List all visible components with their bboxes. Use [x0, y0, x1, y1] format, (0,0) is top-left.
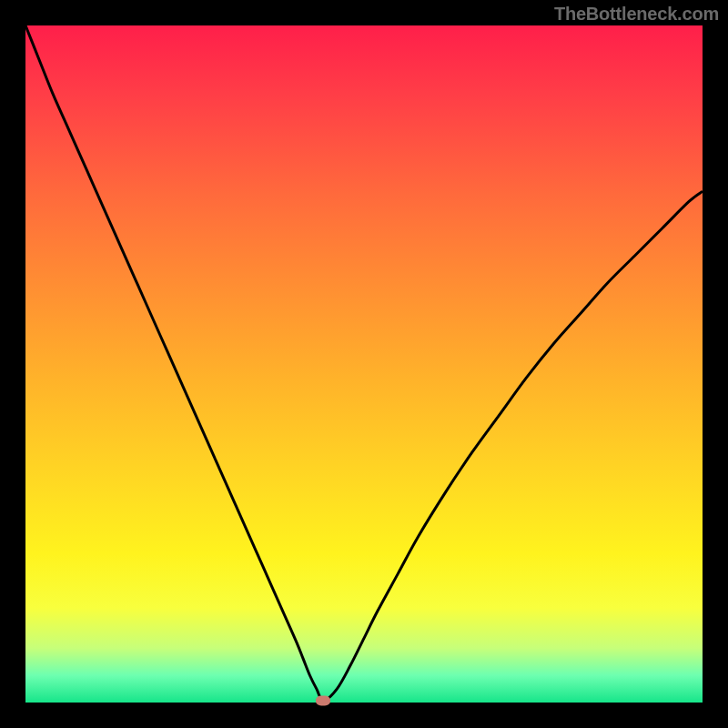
- chart-area: [25, 25, 703, 703]
- optimal-marker: [316, 695, 330, 705]
- attribution-text: TheBottleneck.com: [554, 4, 719, 25]
- bottleneck-curve: [25, 25, 703, 703]
